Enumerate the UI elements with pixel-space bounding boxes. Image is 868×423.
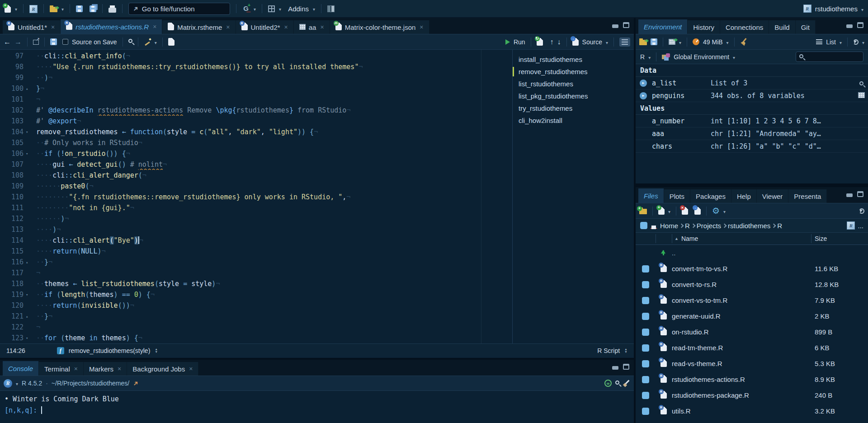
tab-packages[interactable]: Packages [690, 189, 731, 203]
file-row-[interactable]: .. [636, 245, 868, 261]
minimize-icon[interactable] [846, 193, 853, 197]
fold-up-icon[interactable]: ▴ [24, 311, 36, 322]
outline-item-list-rstudiothemes[interactable]: list_rstudiothemes [513, 78, 634, 90]
source-button[interactable]: Source [582, 38, 602, 46]
source-file-icon[interactable]: → [572, 38, 579, 46]
save-icon[interactable] [76, 5, 83, 12]
source-tab-untitled2[interactable]: RUntitled2*× [236, 20, 294, 34]
file-row-read-vs-theme-r[interactable]: Rread-vs-theme.R5.3 KB [636, 356, 868, 371]
compile-report-icon[interactable] [168, 38, 175, 46]
tab-history[interactable]: History [688, 20, 720, 34]
fold-up-icon[interactable]: ▴ [24, 83, 36, 94]
source-tab-matrix-color-theme-json[interactable]: JSMatrix-color-theme.json× [330, 20, 429, 34]
file-row-rstudiothemes-actions-r[interactable]: Rrstudiothemes-actions.R8.9 KB [636, 371, 868, 387]
forward-icon[interactable]: → [14, 38, 22, 46]
home-icon[interactable] [650, 222, 657, 229]
tab-connections[interactable]: Connections [720, 20, 769, 34]
expand-icon[interactable] [640, 80, 647, 87]
environment-search-input[interactable] [806, 53, 860, 61]
back-icon[interactable]: ← [4, 38, 11, 46]
file-checkbox[interactable] [642, 344, 649, 352]
save-workspace-icon[interactable] [651, 38, 657, 45]
workspace-panes-dropdown[interactable] [279, 5, 281, 13]
save-all-icon[interactable] [90, 5, 96, 12]
more-options-gear-icon[interactable] [712, 207, 720, 215]
addins-dropdown[interactable] [313, 5, 315, 13]
load-workspace-icon[interactable] [639, 40, 647, 45]
file-type[interactable]: R Script [597, 347, 620, 354]
open-file-dropdown[interactable] [61, 5, 64, 13]
project-selector[interactable]: rstudiothemes [803, 5, 863, 13]
project-root-icon[interactable] [847, 221, 855, 230]
memory-dropdown[interactable] [726, 38, 729, 46]
tab-presenta[interactable]: Presenta [788, 189, 827, 203]
breadcrumb-more[interactable]: ... [858, 222, 863, 230]
file-checkbox[interactable] [642, 376, 649, 383]
fold-down-icon[interactable]: ▾ [24, 333, 36, 343]
save-icon[interactable] [50, 38, 57, 45]
outline-item-install-rstudiothemes[interactable]: install_rstudiothemes [513, 53, 634, 66]
workspace-panes-icon[interactable] [268, 5, 275, 12]
close-tab-icon[interactable]: × [51, 24, 55, 31]
file-row-on-rstudio-r[interactable]: Ron-rstudio.R899 B [636, 324, 868, 340]
close-tab-icon[interactable]: × [284, 24, 288, 31]
source-tab-matrix-rstheme[interactable]: Matrix.rstheme× [162, 20, 236, 34]
environment-dropdown[interactable] [733, 53, 735, 61]
scope-selector-icon[interactable] [155, 348, 158, 353]
source-on-save-checkbox[interactable] [62, 39, 68, 45]
refresh-icon[interactable] [859, 208, 864, 214]
open-in-new-window-icon[interactable] [33, 40, 39, 45]
maximize-icon[interactable] [623, 364, 629, 370]
refresh-dropdown[interactable] [862, 38, 864, 46]
view-table-icon[interactable] [858, 89, 865, 102]
close-tab-icon[interactable]: × [189, 365, 193, 372]
code-tools-icon[interactable] [144, 38, 151, 45]
close-tab-icon[interactable]: × [420, 24, 423, 31]
minimize-icon[interactable] [612, 24, 618, 28]
code-tools-dropdown[interactable] [155, 38, 157, 46]
copy-file-icon[interactable]: → [694, 207, 701, 215]
goto-file-function-input[interactable]: Go to file/function [128, 3, 230, 15]
file-row-read-tm-theme-r[interactable]: Rread-tm-theme.R6 KB [636, 340, 868, 356]
view-mode[interactable]: List [826, 38, 836, 46]
sort-icon[interactable]: ▲ [675, 236, 679, 241]
tab-git[interactable]: Git [796, 20, 816, 34]
inspect-object-icon[interactable] [859, 77, 863, 89]
new-blank-file-dropdown[interactable] [668, 207, 670, 215]
run-next-icon[interactable]: ↓ [557, 38, 561, 46]
clear-console-icon[interactable] [623, 380, 630, 387]
print-icon[interactable] [108, 8, 116, 13]
delete-file-icon[interactable]: ✕ [682, 207, 688, 215]
view-mode-dropdown[interactable] [840, 38, 842, 46]
console-output[interactable]: • Winter is Coming Dark Blue [n,k,q]: [0, 391, 634, 419]
fold-down-icon[interactable]: ▾ [24, 289, 36, 300]
new-file-icon[interactable]: + [5, 5, 11, 13]
change-directory-icon[interactable] [133, 380, 138, 387]
environment-object-row[interactable]: penguins344 obs. of 8 variables [636, 89, 868, 102]
rerun-icon[interactable]: ↻ [537, 38, 543, 46]
tab-build[interactable]: Build [769, 20, 795, 34]
file-checkbox[interactable] [642, 265, 649, 273]
new-blank-file-icon[interactable]: + [658, 207, 665, 215]
breadcrumb-item-r[interactable]: R [777, 222, 782, 230]
file-checkbox[interactable] [642, 392, 649, 399]
run-button[interactable]: Run [514, 38, 525, 46]
more-options-dropdown[interactable] [723, 207, 726, 215]
expand-icon[interactable] [640, 92, 647, 99]
file-row-convert-vs-to-tm-r[interactable]: Rconvert-vs-to-tm.R7.9 KB [636, 292, 868, 308]
console-tab-background-jobs[interactable]: Background Jobs× [127, 362, 198, 376]
memory-usage[interactable]: 49 MiB [703, 38, 723, 46]
search-console-icon[interactable] [615, 381, 619, 385]
find-replace-icon[interactable] [128, 39, 132, 43]
source-tab-rstudiothemes-actions-r[interactable]: Rrstudiothemes-actions.R× [61, 19, 162, 34]
console-tab-markers[interactable]: Markers× [84, 362, 127, 376]
column-name[interactable]: Name [681, 235, 698, 242]
environment-object-row[interactable]: a_numberint [1:10] 1 2 3 4 5 6 7 8… [636, 115, 868, 127]
version-control-icon[interactable] [242, 5, 250, 13]
column-size[interactable]: Size [815, 235, 827, 242]
file-checkbox[interactable] [642, 313, 649, 320]
breadcrumb-item-r[interactable]: R [685, 222, 690, 230]
source-tab-aa[interactable]: aa× [294, 20, 330, 34]
close-tab-icon[interactable]: × [320, 24, 324, 31]
outline-item-list-pkg-rstudiothemes[interactable]: list_pkg_rstudiothemes [513, 90, 634, 102]
